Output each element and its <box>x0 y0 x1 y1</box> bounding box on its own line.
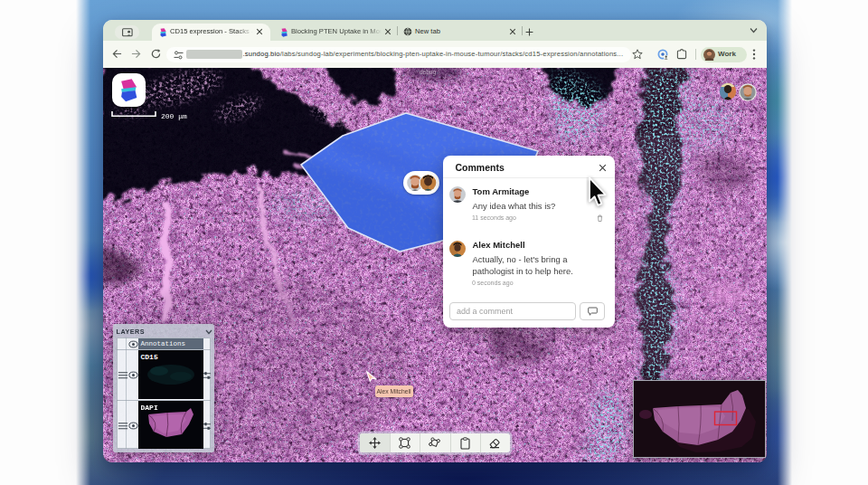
svg-text:200 μm: 200 μm <box>161 112 187 120</box>
